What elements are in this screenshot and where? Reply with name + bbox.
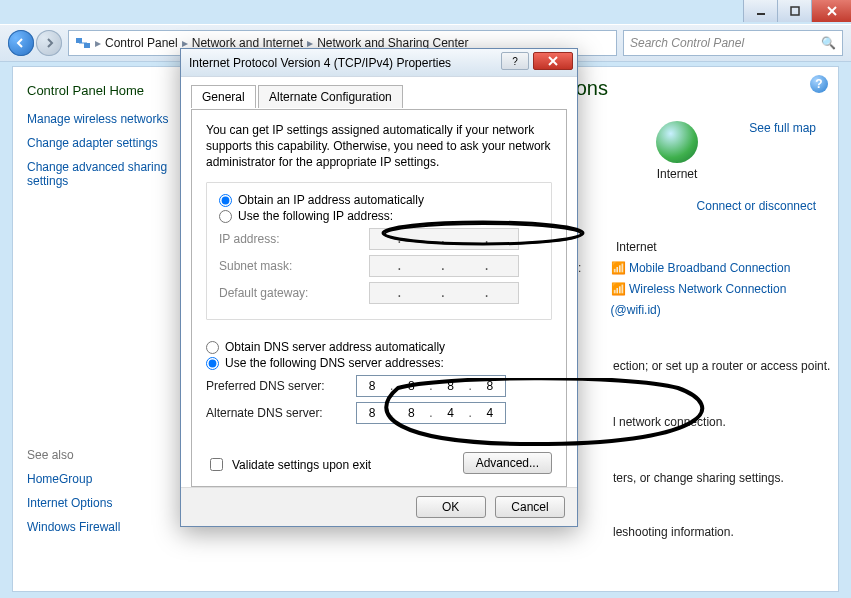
svg-rect-4 <box>76 38 82 43</box>
subnet-mask-label: Subnet mask: <box>219 259 369 273</box>
default-gateway-label: Default gateway: <box>219 286 369 300</box>
dns-manual-radio-input[interactable] <box>206 357 219 370</box>
alternate-dns-label: Alternate DNS server: <box>206 406 356 420</box>
control-panel-home[interactable]: Control Panel Home <box>27 83 189 98</box>
tab-panel-general: You can get IP settings assigned automat… <box>191 109 567 487</box>
connection-details: ype:Internet ions: 📶 Mobile Broadband Co… <box>556 237 816 321</box>
sidebar-link[interactable]: HomeGroup <box>27 472 189 486</box>
back-button[interactable] <box>8 30 34 56</box>
alternate-dns-field[interactable]: 8. 8. 4. 4 <box>356 402 506 424</box>
default-gateway-field: ... <box>369 282 519 304</box>
tab-alternate[interactable]: Alternate Configuration <box>258 85 403 108</box>
sidebar-link[interactable]: Manage wireless networks <box>27 112 189 126</box>
access-type-value: Internet <box>616 237 657 258</box>
dns-settings-group: Obtain DNS server address automatically … <box>206 330 552 439</box>
ip-manual-radio-input[interactable] <box>219 210 232 223</box>
ip-address-label: IP address: <box>219 232 369 246</box>
preferred-dns-field[interactable]: 8. 8. 8. 8 <box>356 375 506 397</box>
ip-address-field: ... <box>369 228 519 250</box>
dialog-help-button[interactable]: ? <box>501 52 529 70</box>
nav-buttons <box>8 30 62 56</box>
signal-icon: 📶 <box>611 261 626 275</box>
see-full-map-link[interactable]: See full map <box>749 121 816 135</box>
maximize-button[interactable] <box>777 0 811 22</box>
text-fragment: ters, or change sharing settings. <box>613 471 784 485</box>
advanced-button[interactable]: Advanced... <box>463 452 552 474</box>
dns-auto-radio-input[interactable] <box>206 341 219 354</box>
dialog-button-row: OK Cancel <box>181 487 577 526</box>
minimize-button[interactable] <box>743 0 777 22</box>
search-placeholder: Search Control Panel <box>630 36 744 50</box>
svg-rect-5 <box>84 43 90 48</box>
sidebar-link[interactable]: Change advanced sharing settings <box>27 160 189 188</box>
tcpip-properties-dialog: Internet Protocol Version 4 (TCP/IPv4) P… <box>180 48 578 527</box>
intro-text: You can get IP settings assigned automat… <box>206 122 552 170</box>
see-also-heading: See also <box>27 448 189 462</box>
window-caption-buttons <box>743 0 851 22</box>
validate-checkbox-input[interactable] <box>210 458 223 471</box>
text-fragment: leshooting information. <box>613 525 734 539</box>
globe-icon <box>656 121 698 163</box>
signal-icon: 📶 <box>611 282 626 296</box>
search-input[interactable]: Search Control Panel 🔍 <box>623 30 843 56</box>
text-fragment: ection; or set up a router or access poi… <box>613 359 830 373</box>
dns-manual-radio[interactable]: Use the following DNS server addresses: <box>206 356 552 370</box>
connection-link[interactable]: Wireless Network Connection (@wifi.id) <box>611 282 787 317</box>
dialog-titlebar[interactable]: Internet Protocol Version 4 (TCP/IPv4) P… <box>181 49 577 77</box>
subnet-mask-field: ... <box>369 255 519 277</box>
connection-link[interactable]: Mobile Broadband Connection <box>629 261 790 275</box>
sidebar-link[interactable]: Internet Options <box>27 496 189 510</box>
sidebar-link[interactable]: Change adapter settings <box>27 136 189 150</box>
search-icon: 🔍 <box>821 36 836 50</box>
forward-button[interactable] <box>36 30 62 56</box>
sidebar-link[interactable]: Windows Firewall <box>27 520 189 534</box>
ip-auto-radio-input[interactable] <box>219 194 232 207</box>
ip-auto-radio[interactable]: Obtain an IP address automatically <box>219 193 539 207</box>
ip-settings-group: Obtain an IP address automatically Use t… <box>206 182 552 320</box>
dns-auto-radio[interactable]: Obtain DNS server address automatically <box>206 340 552 354</box>
dialog-title: Internet Protocol Version 4 (TCP/IPv4) P… <box>189 56 451 70</box>
validate-settings-checkbox[interactable]: Validate settings upon exit <box>206 455 371 474</box>
internet-label: Internet <box>656 167 698 181</box>
connect-disconnect-link[interactable]: Connect or disconnect <box>697 199 816 213</box>
text-fragment: l network connection. <box>613 415 726 429</box>
svg-rect-1 <box>791 7 799 15</box>
ip-manual-radio[interactable]: Use the following IP address: <box>219 209 539 223</box>
dialog-close-button[interactable] <box>533 52 573 70</box>
cancel-button[interactable]: Cancel <box>495 496 565 518</box>
preferred-dns-label: Preferred DNS server: <box>206 379 356 393</box>
internet-status: Internet <box>656 121 698 181</box>
close-window-button[interactable] <box>811 0 851 22</box>
chevron-right-icon: ▸ <box>95 36 101 50</box>
tab-general[interactable]: General <box>191 85 256 108</box>
breadcrumb-item[interactable]: Control Panel <box>105 36 178 50</box>
ok-button[interactable]: OK <box>416 496 486 518</box>
sidebar: Control Panel Home Manage wireless netwo… <box>13 67 203 591</box>
network-sharing-icon <box>75 35 91 51</box>
